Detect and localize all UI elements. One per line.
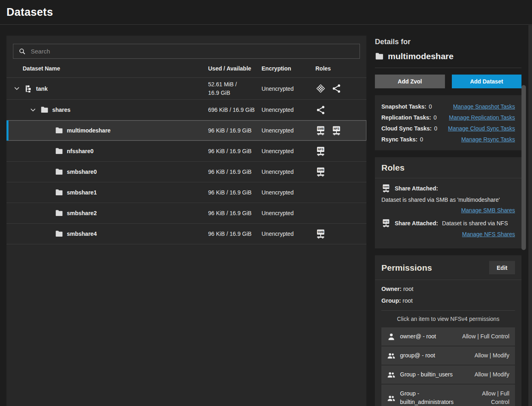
add-dataset-button[interactable]: Add Dataset <box>452 75 522 88</box>
folder-icon <box>55 147 63 155</box>
role-label: Share Attached: <box>395 185 438 192</box>
dataset-name-cell: shares <box>6 106 208 114</box>
manage-task-link[interactable]: Manage Rsync Tasks <box>461 136 515 143</box>
used-available-cell: 696 KiB / 16.9 GiB <box>208 106 262 114</box>
acl-list: owner@ - rootAllow | Full Controlgroup@ … <box>381 327 515 406</box>
acl-item[interactable]: group@ - rootAllow | Modify <box>381 346 515 365</box>
task-label-group: Cloud Sync Tasks:0 <box>381 125 437 132</box>
table-header-row: Dataset Name Used / Available Encryption… <box>6 60 366 78</box>
encryption-cell: Unencrypted <box>262 85 315 92</box>
used-available-cell: 96 KiB / 16.9 GiB <box>208 126 262 135</box>
dataset-name: multimodeshare <box>67 127 111 134</box>
apps-icon <box>315 83 326 94</box>
share-icon <box>331 83 342 94</box>
divider <box>375 280 521 280</box>
role-item-header: SMBShare Attached: <box>381 184 515 193</box>
nfs-icon: NFS <box>331 126 342 136</box>
svg-text:SMB: SMB <box>383 185 389 188</box>
share-icon <box>315 105 326 115</box>
manage-task-link[interactable]: Manage Cloud Sync Tasks <box>448 125 515 132</box>
task-count: 0 <box>429 103 432 110</box>
task-count: 0 <box>420 136 423 143</box>
task-row: Snapshot Tasks:0Manage Snapshot Tasks <box>381 101 515 112</box>
owner-line: Owner: root <box>381 286 515 292</box>
column-header-dataset-name: Dataset Name <box>6 65 208 72</box>
window-scrollbar[interactable] <box>528 25 532 406</box>
dataset-name-cell: nfsshare0 <box>6 147 208 155</box>
table-row[interactable]: multimodeshare96 KiB / 16.9 GiBUnencrypt… <box>6 120 366 141</box>
task-row: Cloud Sync Tasks:0Manage Cloud Sync Task… <box>381 123 515 134</box>
manage-task-link[interactable]: Manage Replication Tasks <box>449 114 515 121</box>
dataset-root-icon <box>24 85 32 93</box>
chevron-down-icon[interactable] <box>29 106 37 114</box>
acl-item[interactable]: Group - builtin_administratorsAllow | Fu… <box>381 385 515 406</box>
folder-icon <box>55 209 63 217</box>
folder-icon <box>55 188 63 197</box>
used-available-cell: 52.61 MiB /16.9 GiB <box>208 80 262 97</box>
role-link-row: Manage SMB Shares <box>381 207 515 214</box>
acl-permission: Allow | Modify <box>475 370 509 379</box>
acl-who: owner@ - root <box>400 332 436 341</box>
role-item: SMBShare Attached:Dataset is shared via … <box>381 184 515 214</box>
svg-text:SMB: SMB <box>317 169 324 171</box>
details-scrollbar-thumb[interactable] <box>521 85 526 250</box>
table-row[interactable]: smbshare096 KiB / 16.9 GiBUnencryptedSMB <box>6 162 366 182</box>
details-panel: Details for multimodeshare Add Zvol Add … <box>375 36 521 406</box>
dataset-name-cell: tank <box>6 85 208 93</box>
roles-cell <box>315 105 366 115</box>
page-title: Datasets <box>6 6 53 19</box>
dataset-name: nfsshare0 <box>67 148 94 154</box>
encryption-cell: Unencrypted <box>262 107 315 113</box>
svg-text:SMB: SMB <box>317 127 324 130</box>
chevron-down-icon[interactable] <box>13 85 21 92</box>
task-label: Rsync Tasks: <box>381 136 417 143</box>
smb-icon: SMB <box>315 126 326 136</box>
table-row[interactable]: tank52.61 MiB /16.9 GiBUnencrypted <box>6 78 366 100</box>
task-label: Snapshot Tasks: <box>381 103 426 110</box>
nfs-icon: NFS <box>315 146 326 156</box>
table-row[interactable]: smbshare296 KiB / 16.9 GiBUnencrypted <box>6 203 366 224</box>
dataset-name-cell: smbshare1 <box>6 188 208 197</box>
person-icon <box>387 333 396 340</box>
smb-icon: SMB <box>381 184 391 193</box>
task-row: Rsync Tasks:0Manage Rsync Tasks <box>381 134 515 145</box>
task-label-group: Snapshot Tasks:0 <box>381 103 432 110</box>
dataset-table-body: tank52.61 MiB /16.9 GiBUnencryptedshares… <box>6 78 366 244</box>
edit-permissions-button[interactable]: Edit <box>489 261 515 274</box>
tasks-card: Snapshot Tasks:0Manage Snapshot TasksRep… <box>375 95 521 150</box>
details-heading: Details for <box>375 38 521 46</box>
dataset-name: smbshare2 <box>67 210 97 216</box>
owner-label: Owner: <box>381 286 402 292</box>
people-icon <box>387 371 396 378</box>
divider <box>381 310 515 311</box>
task-label: Replication Tasks: <box>381 114 431 121</box>
manage-shares-link[interactable]: Manage SMB Shares <box>461 207 515 214</box>
divider <box>375 178 521 178</box>
roles-cell: SMBNFS <box>315 126 366 136</box>
task-label-group: Replication Tasks:0 <box>381 114 436 121</box>
add-zvol-button[interactable]: Add Zvol <box>375 75 445 88</box>
svg-text:NFS: NFS <box>334 127 339 130</box>
table-row[interactable]: smbshare196 KiB / 16.9 GiBUnencrypted <box>6 182 366 203</box>
acl-item[interactable]: Group - builtin_usersAllow | Modify <box>381 365 515 384</box>
search-box[interactable] <box>13 44 360 59</box>
search-input[interactable] <box>31 48 354 55</box>
dataset-name: tank <box>36 85 48 92</box>
role-item: NFSShare Attached:Dataset is shared via … <box>381 219 515 238</box>
role-text: Dataset is shared via NFS <box>442 220 508 227</box>
divider <box>375 68 521 68</box>
roles-card: Roles SMBShare Attached:Dataset is share… <box>375 157 521 248</box>
manage-shares-link[interactable]: Manage NFS Shares <box>462 231 515 237</box>
people-icon <box>387 352 396 359</box>
page-header: Datasets <box>0 0 532 25</box>
table-row[interactable]: smbshare496 KiB / 16.9 GiBUnencryptedSMB <box>6 224 366 244</box>
manage-task-link[interactable]: Manage Snapshot Tasks <box>453 103 515 110</box>
table-row[interactable]: nfsshare096 KiB / 16.9 GiBUnencryptedNFS <box>6 141 366 162</box>
acl-permission: Allow | Full Control <box>467 389 509 406</box>
table-row[interactable]: shares696 KiB / 16.9 GiBUnencrypted <box>6 100 366 120</box>
acl-who: Group - builtin_administrators <box>400 389 467 406</box>
dataset-name: smbshare0 <box>67 169 97 175</box>
used-available-cell: 96 KiB / 16.9 GiB <box>208 168 262 176</box>
role-link-row: Manage NFS Shares <box>381 231 515 238</box>
acl-item[interactable]: owner@ - rootAllow | Full Control <box>381 327 515 346</box>
